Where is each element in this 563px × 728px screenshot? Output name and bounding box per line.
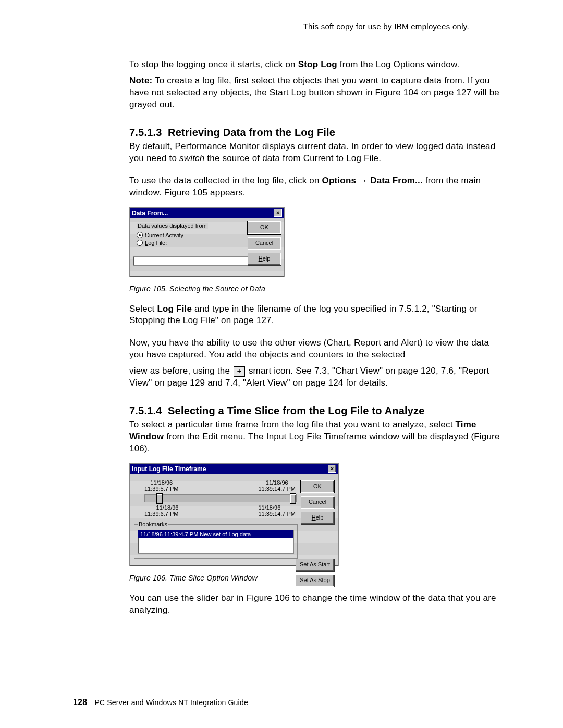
sec1-p2: To use the data collected in the log fil… bbox=[129, 175, 506, 199]
section-7-5-1-3-heading: 7.5.1.3 Retrieving Data from the Log Fil… bbox=[129, 127, 516, 139]
sec2-p1: To select a particular time frame from t… bbox=[129, 419, 506, 455]
close-icon[interactable]: × bbox=[328, 465, 336, 473]
figure-105-caption: Figure 105. Selecting the Source of Data bbox=[129, 285, 516, 293]
page-number: 128 bbox=[73, 698, 87, 707]
bookmark-item-selected[interactable]: 11/18/96 11:39:4.7 PM New set of Log dat… bbox=[138, 530, 293, 538]
radio-current-activity[interactable]: Current Activity bbox=[137, 232, 241, 238]
radio-icon[interactable] bbox=[137, 240, 143, 246]
data-from-titlebar[interactable]: Data From... × bbox=[130, 208, 284, 218]
timeframe-titlebar[interactable]: Input Log File Timeframe × bbox=[130, 464, 338, 474]
paragraph-note: Note: To create a log file, first select… bbox=[129, 75, 506, 111]
help-button[interactable]: Help bbox=[248, 253, 281, 265]
data-from-dialog: Data From... × Data values displayed fro… bbox=[129, 207, 285, 277]
timeframe-dialog: Input Log File Timeframe × 11/18/9611:39… bbox=[129, 463, 339, 566]
data-from-title: Data From... bbox=[132, 209, 168, 217]
header-note: This soft copy for use by IBM employees … bbox=[73, 22, 469, 31]
time-slider[interactable] bbox=[144, 494, 297, 502]
log-file-path-input[interactable] bbox=[133, 256, 249, 266]
plus-icon: + bbox=[234, 366, 245, 377]
paragraph-last: You can use the slider bar in Figure 106… bbox=[129, 593, 506, 616]
sec1b-p1: Select Log File and type in the filename… bbox=[129, 303, 506, 327]
cancel-button[interactable]: Cancel bbox=[248, 237, 281, 250]
groupbox-legend: Data values displayed from bbox=[137, 223, 208, 229]
bookmarks-legend: Bookmarks bbox=[138, 521, 168, 527]
set-as-start-button[interactable]: Set As Start bbox=[296, 559, 334, 571]
radio-log-file[interactable]: Log File: bbox=[137, 240, 241, 246]
upper-time-labels: 11/18/9611:39:5.7 PM 11/18/9611:39:14.7 … bbox=[144, 479, 296, 492]
ok-button[interactable]: OK bbox=[301, 480, 334, 493]
section-7-5-1-4-heading: 7.5.1.4 Selecting a Time Slice from the … bbox=[129, 405, 516, 417]
slider-handle-left[interactable] bbox=[156, 493, 163, 504]
paragraph-stop-log: To stop the logging once it starts, clic… bbox=[129, 59, 506, 71]
lower-time-labels: 11/18/9611:39:6.7 PM 11/18/9611:39:14.7 … bbox=[144, 504, 296, 517]
cancel-button[interactable]: Cancel bbox=[301, 496, 334, 509]
page: This soft copy for use by IBM employees … bbox=[0, 0, 563, 728]
radio-icon[interactable] bbox=[137, 232, 143, 238]
close-icon[interactable]: × bbox=[274, 209, 282, 217]
page-footer: 128 PC Server and Windows NT Integration… bbox=[73, 698, 248, 707]
ok-button[interactable]: OK bbox=[248, 221, 281, 234]
sec1-p1: By default, Performance Monitor displays… bbox=[129, 141, 506, 165]
sec1b-p2: Now, you have the ability to use the oth… bbox=[129, 337, 506, 361]
bookmark-list[interactable]: 11/18/96 11:39:4.7 PM New set of Log dat… bbox=[138, 530, 294, 554]
slider-handle-right[interactable] bbox=[290, 493, 296, 504]
timeframe-title: Input Log File Timeframe bbox=[132, 465, 206, 473]
footer-title: PC Server and Windows NT Integration Gui… bbox=[94, 698, 248, 707]
data-values-groupbox: Data values displayed from Current Activ… bbox=[133, 226, 244, 251]
sec1b-p3: view as before, using the + smart icon. … bbox=[129, 365, 506, 389]
bookmarks-groupbox: Bookmarks 11/18/96 11:39:4.7 PM New set … bbox=[134, 524, 298, 559]
set-as-stop-button[interactable]: Set As Stop bbox=[296, 574, 334, 587]
help-button[interactable]: Help bbox=[301, 512, 334, 524]
